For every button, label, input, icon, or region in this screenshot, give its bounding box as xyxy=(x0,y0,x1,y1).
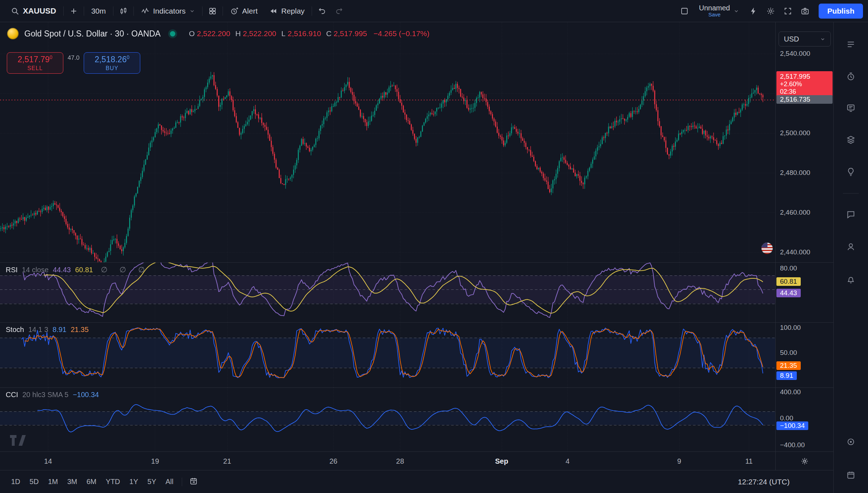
chart-settings-button[interactable] xyxy=(762,3,779,19)
range-6m-button[interactable]: 6M xyxy=(82,475,101,489)
sell-button[interactable]: 2,517.790 SELL xyxy=(7,52,63,74)
gear-icon xyxy=(801,457,809,465)
time-axis[interactable]: 1419212628Sep4911 xyxy=(0,451,833,470)
time-tick: 19 xyxy=(151,457,159,465)
undo-button[interactable] xyxy=(313,3,331,19)
prev-close-tag[interactable]: 2,516.735 xyxy=(776,95,833,104)
alerts-button[interactable] xyxy=(843,69,859,84)
object-tree-button[interactable] xyxy=(843,132,859,147)
currency-dropdown[interactable]: USD xyxy=(779,31,831,47)
range-1y-button[interactable]: 1Y xyxy=(125,475,143,489)
cci-tick: 400.00 xyxy=(780,388,801,396)
interval-button[interactable]: 30m xyxy=(86,3,112,19)
close-label: C xyxy=(326,29,331,38)
alert-button[interactable]: Alert xyxy=(224,3,263,19)
quick-actions-button[interactable] xyxy=(745,3,762,19)
price-tick: 2,480.000 xyxy=(780,169,810,177)
stoch-chart-canvas[interactable] xyxy=(0,323,775,387)
notifications-button[interactable] xyxy=(843,272,859,287)
indicators-button[interactable]: Indicators xyxy=(135,3,201,19)
streams-button[interactable] xyxy=(843,239,859,254)
lightbulb-icon xyxy=(846,167,855,176)
toolbar-divider xyxy=(182,478,182,486)
range-1m-button[interactable]: 1M xyxy=(43,475,63,489)
screenshot-button[interactable] xyxy=(796,3,814,19)
buy-button[interactable]: 2,518.260 BUY xyxy=(84,52,140,74)
replay-button[interactable]: Replay xyxy=(263,3,310,19)
range-3m-button[interactable]: 3M xyxy=(63,475,82,489)
publish-button[interactable]: Publish xyxy=(819,4,863,19)
range-5d-button[interactable]: 5D xyxy=(25,475,44,489)
stoch-title[interactable]: Stoch xyxy=(6,326,24,334)
range-5y-button[interactable]: 5Y xyxy=(143,475,161,489)
alerts-clock-icon xyxy=(846,72,855,81)
grid-icon xyxy=(208,7,217,15)
alert-label: Alert xyxy=(242,7,258,15)
lightning-icon xyxy=(749,7,758,15)
range-all-button[interactable]: All xyxy=(161,475,178,489)
rsi-panel[interactable]: RSI 14 close 44.43 60.81 ∅ ∅ ∅ xyxy=(0,262,775,322)
market-status-icon[interactable] xyxy=(170,31,175,36)
cci-value-tag: −100.34 xyxy=(776,421,808,430)
ideas-button[interactable] xyxy=(843,164,859,180)
chart-type-button[interactable] xyxy=(115,3,132,19)
cci-tick: 0.00 xyxy=(780,414,793,422)
time-labels[interactable]: 1419212628Sep4911 xyxy=(0,452,775,470)
layout-square-icon xyxy=(680,7,689,15)
panel-separator[interactable] xyxy=(776,322,833,323)
range-ytd-button[interactable]: YTD xyxy=(101,475,125,489)
price-panel[interactable]: Gold Spot / U.S. Dollar · 30 · OANDA O2,… xyxy=(0,22,775,262)
low-value: 2,516.910 xyxy=(288,29,321,38)
data-window-button[interactable] xyxy=(843,100,859,116)
instrument-logo-icon xyxy=(7,28,19,39)
rsi-ma-value: 60.81 xyxy=(75,266,93,274)
watchlist-button[interactable] xyxy=(843,36,859,52)
undo-icon xyxy=(318,7,326,15)
symbol-title[interactable]: Gold Spot / U.S. Dollar · 30 · OANDA xyxy=(24,29,161,39)
cci-panel[interactable]: CCI 20 hlc3 SMA 5 −100.34 xyxy=(0,387,775,451)
rail-divider xyxy=(843,193,859,194)
range-1d-button[interactable]: 1D xyxy=(6,475,25,489)
stoch-d-tag: 21.35 xyxy=(776,361,801,370)
watchlist-icon xyxy=(846,40,855,49)
cci-title[interactable]: CCI xyxy=(6,391,18,399)
time-tick: Sep xyxy=(495,457,508,465)
ohlc-values: O2,522.200 H2,522.200 L2,516.910 C2,517.… xyxy=(189,29,430,38)
stoch-tick: 50.00 xyxy=(780,349,797,357)
layout-square-button[interactable] xyxy=(676,3,693,19)
rsi-title[interactable]: RSI xyxy=(6,266,18,274)
goto-date-button[interactable] xyxy=(186,475,201,489)
time-tick: 11 xyxy=(745,457,753,465)
chevron-down-icon xyxy=(189,8,195,14)
redo-button[interactable] xyxy=(331,3,348,19)
clock-utc[interactable]: 12:27:24 (UTC) xyxy=(738,478,790,486)
layout-save-label[interactable]: Save xyxy=(708,12,721,18)
toolbar-divider xyxy=(84,6,84,16)
search-icon xyxy=(11,7,19,15)
compare-add-button[interactable] xyxy=(65,3,82,19)
open-value: 2,522.200 xyxy=(197,29,230,38)
tradingview-app: XAUUSD 30m Indicators xyxy=(0,0,868,493)
replay-icon xyxy=(269,7,278,15)
axis-settings-button[interactable] xyxy=(796,453,813,469)
target-button[interactable] xyxy=(843,434,859,450)
stoch-panel[interactable]: Stoch 14 1 3 8.91 21.35 xyxy=(0,322,775,387)
layout-name: Unnamed xyxy=(699,4,730,12)
last-price-tag[interactable]: 2,517.995 +2.60% 02:36 xyxy=(776,71,833,97)
rsi-value-tag: 44.43 xyxy=(776,289,801,297)
us-flag-icon[interactable] xyxy=(761,243,773,254)
panel-separator[interactable] xyxy=(776,262,833,263)
layout-name-button[interactable]: Unnamed Save xyxy=(693,3,745,19)
symbol-search-button[interactable]: XAUUSD xyxy=(5,3,62,19)
cci-chart-canvas[interactable] xyxy=(0,388,775,451)
sell-label: SELL xyxy=(27,65,43,72)
high-label: H xyxy=(235,29,241,38)
economic-calendar-button[interactable] xyxy=(843,467,859,483)
chat-button[interactable] xyxy=(843,206,859,222)
tradingview-logo[interactable] xyxy=(10,434,29,446)
price-axis[interactable]: USD 2,540.000 2,500.000 2,480.000 2,460.… xyxy=(775,22,833,451)
panel-separator[interactable] xyxy=(776,387,833,388)
fullscreen-button[interactable] xyxy=(779,3,796,19)
time-tick: 28 xyxy=(396,457,404,465)
layout-grid-button[interactable] xyxy=(204,3,221,19)
